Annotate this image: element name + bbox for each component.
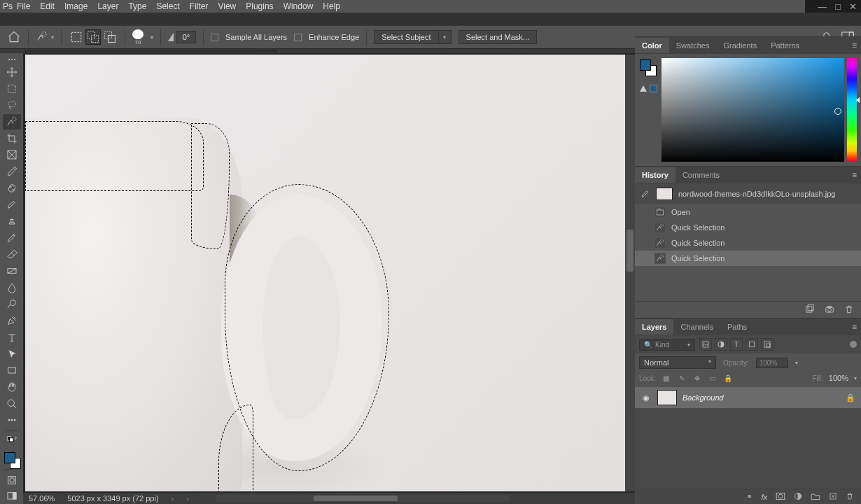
- document-canvas[interactable]: [25, 55, 625, 491]
- panel-color-swatches[interactable]: [640, 59, 657, 76]
- move-tool[interactable]: [3, 64, 21, 80]
- dodge-tool[interactable]: [3, 297, 21, 312]
- history-brush-tool[interactable]: [3, 230, 21, 246]
- gradient-tool[interactable]: [3, 263, 21, 279]
- quick-selection-tool[interactable]: [3, 114, 21, 130]
- gamut-warning-icon[interactable]: [640, 85, 647, 92]
- eyedropper-tool[interactable]: [3, 164, 21, 179]
- layer-style-icon[interactable]: fx: [761, 493, 767, 501]
- tab-gradients[interactable]: Gradients: [716, 38, 764, 53]
- color-marker[interactable]: [834, 108, 841, 115]
- pen-tool[interactable]: [3, 313, 21, 328]
- color-field[interactable]: [662, 58, 844, 162]
- blur-tool[interactable]: [3, 280, 21, 295]
- eraser-tool[interactable]: [3, 247, 21, 262]
- filter-type-icon[interactable]: T: [730, 338, 743, 351]
- enhance-edge-checkbox[interactable]: [294, 34, 302, 41]
- lock-icon[interactable]: 🔒: [846, 393, 855, 402]
- home-button[interactable]: [7, 30, 21, 44]
- menu-filter[interactable]: Filter: [190, 1, 209, 11]
- layer-mask-icon[interactable]: [776, 492, 785, 502]
- hue-slider[interactable]: [847, 58, 857, 162]
- adjustment-layer-icon[interactable]: [794, 492, 802, 502]
- layer-name[interactable]: Background: [682, 393, 724, 402]
- menu-window[interactable]: Window: [284, 1, 314, 11]
- panel-menu-icon[interactable]: ≡: [848, 170, 861, 180]
- scrollbar-thumb[interactable]: [626, 230, 634, 272]
- scroll-left-icon[interactable]: ‹: [186, 494, 189, 503]
- grip-icon[interactable]: [3, 56, 21, 63]
- filter-shape-icon[interactable]: [746, 338, 758, 351]
- chevron-down-icon[interactable]: ▾: [854, 375, 857, 382]
- history-source[interactable]: nordwood-themes-nDd3dIkkOLo-unsplash.jpg: [635, 183, 861, 204]
- brush-picker[interactable]: 70: [132, 29, 144, 46]
- new-layer-icon[interactable]: [829, 492, 837, 502]
- hand-tool[interactable]: [3, 379, 21, 395]
- type-tool[interactable]: [3, 330, 21, 345]
- delete-layer-icon[interactable]: [846, 492, 854, 502]
- blend-mode-dropdown[interactable]: Normal ▾: [639, 356, 716, 369]
- opacity-input[interactable]: 100%: [756, 358, 788, 368]
- tab-history[interactable]: History: [635, 167, 676, 183]
- menu-layer[interactable]: Layer: [97, 1, 118, 11]
- color-swatches[interactable]: [3, 448, 21, 466]
- filter-kind-dropdown[interactable]: 🔍 Kind ▾: [639, 339, 695, 351]
- menu-view[interactable]: View: [218, 1, 236, 11]
- tab-patterns[interactable]: Patterns: [764, 38, 806, 53]
- filter-pixel-icon[interactable]: [699, 338, 712, 351]
- new-selection-button[interactable]: [69, 29, 84, 45]
- menu-image[interactable]: Image: [64, 1, 88, 11]
- link-layers-icon[interactable]: ⚭: [746, 492, 752, 501]
- subtract-from-selection-button[interactable]: [102, 29, 118, 45]
- tab-swatches[interactable]: Swatches: [669, 38, 717, 53]
- panel-menu-icon[interactable]: ≡: [848, 322, 861, 332]
- new-snapshot-icon[interactable]: [825, 304, 834, 316]
- brush-tool[interactable]: [3, 197, 21, 213]
- filter-adjustment-icon[interactable]: [715, 338, 727, 351]
- fill-input[interactable]: 100%: [829, 374, 848, 382]
- minimize-icon[interactable]: —: [818, 1, 827, 12]
- foreground-color[interactable]: [640, 59, 651, 71]
- select-and-mask-button[interactable]: Select and Mask...: [458, 30, 538, 44]
- hue-pointer[interactable]: [856, 97, 860, 103]
- tab-layers[interactable]: Layers: [635, 319, 673, 335]
- screen-mode-button[interactable]: [3, 489, 21, 504]
- zoom-tool[interactable]: [3, 396, 21, 412]
- panel-menu-icon[interactable]: ≡: [848, 41, 861, 50]
- tool-preset-picker[interactable]: ▾: [36, 31, 54, 43]
- zoom-level[interactable]: 57.06%: [29, 494, 55, 503]
- select-subject-button[interactable]: Select Subject: [374, 30, 438, 44]
- lock-artboard-icon[interactable]: ▭: [708, 373, 718, 383]
- doc-info[interactable]: 5023 px x 3349 px (72 ppi): [67, 494, 158, 503]
- menu-plugins[interactable]: Plugins: [246, 1, 273, 11]
- tab-paths[interactable]: Paths: [720, 319, 754, 335]
- tab-color[interactable]: Color: [635, 38, 669, 53]
- lock-image-icon[interactable]: ✎: [677, 373, 687, 383]
- chevron-down-icon[interactable]: ▾: [795, 360, 798, 366]
- menu-file[interactable]: File: [17, 1, 30, 11]
- layer-thumbnail[interactable]: [657, 390, 677, 405]
- horizontal-scrollbar[interactable]: [216, 495, 510, 502]
- lasso-tool[interactable]: [3, 97, 21, 113]
- tab-channels[interactable]: Channels: [673, 319, 720, 335]
- menu-help[interactable]: Help: [323, 1, 340, 11]
- add-to-selection-button[interactable]: [85, 29, 101, 45]
- history-state[interactable]: Quick Selection: [635, 220, 861, 235]
- menu-select[interactable]: Select: [156, 1, 179, 11]
- frame-tool[interactable]: [3, 147, 21, 162]
- filter-smartobject-icon[interactable]: [761, 338, 774, 351]
- layer-row[interactable]: ◉ Background 🔒: [635, 387, 861, 408]
- select-subject-dropdown[interactable]: ▾: [439, 30, 451, 44]
- group-icon[interactable]: [811, 492, 820, 502]
- default-colors-button[interactable]: [3, 434, 21, 444]
- lock-position-icon[interactable]: ✥: [692, 373, 702, 383]
- lock-transparent-icon[interactable]: ▦: [662, 373, 671, 383]
- marquee-tool[interactable]: [3, 81, 21, 97]
- close-icon[interactable]: ✕: [849, 1, 857, 12]
- menu-edit[interactable]: Edit: [40, 1, 55, 11]
- foreground-color[interactable]: [4, 452, 15, 463]
- chevron-down-icon[interactable]: ▾: [150, 34, 153, 41]
- filter-toggle[interactable]: [850, 341, 857, 348]
- tab-comments[interactable]: Comments: [676, 167, 727, 183]
- maximize-icon[interactable]: □: [835, 1, 841, 12]
